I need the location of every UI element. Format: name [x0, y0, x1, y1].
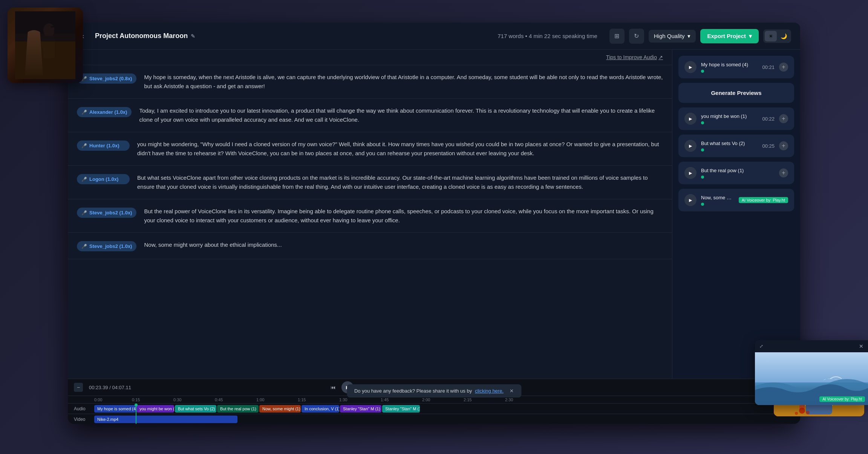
playhead-marker	[135, 404, 138, 407]
audio-panel: ▶ My hope is somed (4) 00:21 + Generate …	[672, 50, 800, 379]
audio-info-3: But the real pow (1)	[701, 168, 770, 179]
script-row-5: 🎤 Steve_jobs2 (1.0x) Now, some might wor…	[68, 233, 672, 259]
play-button-0[interactable]: ▶	[684, 61, 697, 73]
speaker-badge-0[interactable]: 🎤 Steve_jobs2 (0.8x)	[77, 73, 136, 84]
ruler-mark-2: 0:30	[173, 397, 181, 402]
zoom-out-button[interactable]: −	[74, 383, 83, 392]
script-row-0: 🎤 Steve_jobs2 (0.8x) My hope is someday,…	[68, 65, 672, 99]
video-preview-close-button[interactable]: ✕	[859, 343, 863, 349]
export-chevron-icon: ▾	[749, 33, 752, 40]
play-button-2[interactable]: ▶	[684, 140, 697, 152]
ruler-mark-3: 0:45	[215, 397, 223, 402]
time-display: 00:23.39 / 04:07.11	[89, 385, 131, 390]
audio-info-4: Now, some might (1)	[701, 195, 734, 206]
play-button-1[interactable]: ▶	[684, 113, 697, 125]
video-preview-thumbnail: AI Voiceover by: Play.ht	[755, 352, 868, 405]
header-meta: 717 words • 4 min 22 sec speaking time	[498, 33, 597, 39]
script-text-0[interactable]: My hope is someday, when the next Aristo…	[144, 73, 663, 91]
feedback-link[interactable]: clicking here.	[475, 388, 504, 394]
corner-image-topleft	[8, 8, 83, 83]
play-button-4[interactable]: ▶	[684, 194, 697, 206]
video-track-row: Video Nike-2.mp4	[68, 414, 800, 424]
audio-preview-3: ▶ But the real pow (1) +	[678, 162, 794, 184]
script-row-4: 🎤 Steve_jobs2 (1.0x) But the real power …	[68, 199, 672, 233]
audio-preview-0: ▶ My hope is somed (4) 00:21 +	[678, 56, 794, 78]
speaker-name-3: Logon (1.0x)	[89, 176, 118, 182]
content-area: Tips to Improve Audio ↗ 🎤 Steve_jobs2 (0…	[68, 50, 800, 379]
audio-seg-1[interactable]: you might be won (1)	[136, 405, 174, 413]
audio-title-0: My hope is somed (4)	[701, 62, 758, 67]
script-text-2[interactable]: you might be wondering, "Why would I nee…	[137, 140, 663, 158]
project-title-text: Project Autonomous Maroon	[95, 32, 188, 40]
add-button-2[interactable]: +	[779, 141, 788, 150]
add-button-0[interactable]: +	[779, 63, 788, 72]
ruler-mark-8: 2:00	[422, 397, 430, 402]
speaker-badge-2[interactable]: 🎤 Hunter (1.0x)	[77, 141, 130, 151]
svg-rect-6	[15, 11, 75, 41]
export-button[interactable]: Export Project ▾	[700, 29, 759, 43]
audio-seg-0[interactable]: My hope is somed (4)	[94, 405, 136, 413]
speaker-name-1: Alexander (1.0x)	[89, 109, 127, 115]
script-text-4[interactable]: But the real power of VoiceClone lies in…	[144, 207, 663, 225]
audio-dot-4	[701, 203, 704, 206]
audio-track-content: My hope is somed (4) you might be won (1…	[94, 405, 800, 413]
mic-icon-4: 🎤	[81, 210, 87, 216]
audio-preview-2: ▶ But what sets Vo (2) 00:25 +	[678, 135, 794, 157]
generate-label: Generate Previews	[711, 90, 761, 96]
settings-icon-btn[interactable]: ⊞	[609, 29, 625, 44]
speaker-badge-4[interactable]: 🎤 Steve_jobs2 (1.0x)	[77, 208, 136, 218]
audio-seg-4[interactable]: Now, some might (1)	[259, 405, 301, 413]
skip-back-button[interactable]: ⏮	[328, 382, 338, 393]
ruler-mark-9: 2:15	[464, 397, 472, 402]
feedback-bar: Do you have any feedback? Please share i…	[347, 384, 521, 397]
audio-seg-6[interactable]: Stanley "Stan" M (1)	[340, 405, 381, 413]
refresh-icon-btn[interactable]: ↻	[629, 29, 644, 44]
video-track-content: Nike-2.mp4	[94, 415, 800, 423]
ruler-mark-4: 1:00	[256, 397, 264, 402]
script-text-5[interactable]: Now, some might worry about the ethical …	[144, 240, 663, 249]
script-row-3: 🎤 Logon (1.0x) But what sets VoiceClone …	[68, 166, 672, 199]
script-row-1: 🎤 Alexander (1.0x) Today, I am excited t…	[68, 99, 672, 132]
audio-seg-7[interactable]: Stanley "Stan" M (1)	[382, 405, 420, 413]
quality-button[interactable]: High Quality ▾	[649, 30, 696, 43]
script-text-3[interactable]: But what sets VoiceClone apart from othe…	[137, 173, 663, 191]
script-text-1[interactable]: Today, I am excited to introduce you to …	[139, 106, 663, 124]
quality-chevron-icon: ▾	[687, 33, 690, 40]
theme-toggle: ☀ 🌙	[763, 29, 791, 43]
audio-track-row: Audio My hope is somed (4) you might be …	[68, 404, 800, 414]
script-panel: Tips to Improve Audio ↗ 🎤 Steve_jobs2 (0…	[68, 50, 672, 379]
ruler-mark-0: 0:00	[94, 397, 102, 402]
feedback-close-button[interactable]: ✕	[510, 388, 514, 394]
edit-icon[interactable]: ✎	[191, 33, 195, 39]
add-button-3[interactable]: +	[779, 168, 788, 177]
add-button-1[interactable]: +	[779, 114, 788, 123]
speaker-badge-3[interactable]: 🎤 Logon (1.0x)	[77, 174, 130, 184]
audio-info-0: My hope is somed (4)	[701, 62, 758, 73]
audio-dot-2	[701, 148, 704, 151]
script-row-2: 🎤 Hunter (1.0x) you might be wondering, …	[68, 132, 672, 166]
audio-title-3: But the real pow (1)	[701, 168, 770, 173]
play-button-3[interactable]: ▶	[684, 167, 697, 179]
video-seg-0[interactable]: Nike-2.mp4	[94, 416, 237, 423]
audio-duration-2: 00:25	[762, 143, 775, 149]
audio-seg-2[interactable]: But what sets Vo (2)	[175, 405, 216, 413]
audio-seg-3[interactable]: But the real pow (1)	[217, 405, 259, 413]
outer-background: ‹ Project Autonomous Maroon ✎ 717 words …	[0, 0, 868, 454]
generate-previews-button[interactable]: Generate Previews	[678, 83, 794, 103]
speaker-name-4: Steve_jobs2 (1.0x)	[89, 210, 132, 216]
audio-dot-3	[701, 176, 704, 179]
dark-theme-button[interactable]: 🌙	[778, 31, 790, 41]
speaker-badge-5[interactable]: 🎤 Steve_jobs2 (1.0x)	[77, 241, 136, 251]
quality-label: High Quality	[654, 33, 685, 39]
tips-arrow-icon: ↗	[658, 54, 663, 60]
mic-icon-3: 🎤	[81, 177, 87, 182]
audio-seg-5[interactable]: In conclusion, V (1)	[302, 405, 339, 413]
audio-preview-4: ▶ Now, some might (1) AI Voiceover by: P…	[678, 189, 794, 211]
playhead	[136, 404, 136, 424]
light-theme-button[interactable]: ☀	[765, 31, 777, 41]
speaker-badge-1[interactable]: 🎤 Alexander (1.0x)	[77, 107, 132, 117]
tips-link[interactable]: Tips to Improve Audio ↗	[606, 54, 663, 60]
mic-icon-1: 🎤	[81, 110, 87, 115]
video-track-label: Video	[68, 417, 94, 422]
audio-track-label: Audio	[68, 406, 94, 411]
